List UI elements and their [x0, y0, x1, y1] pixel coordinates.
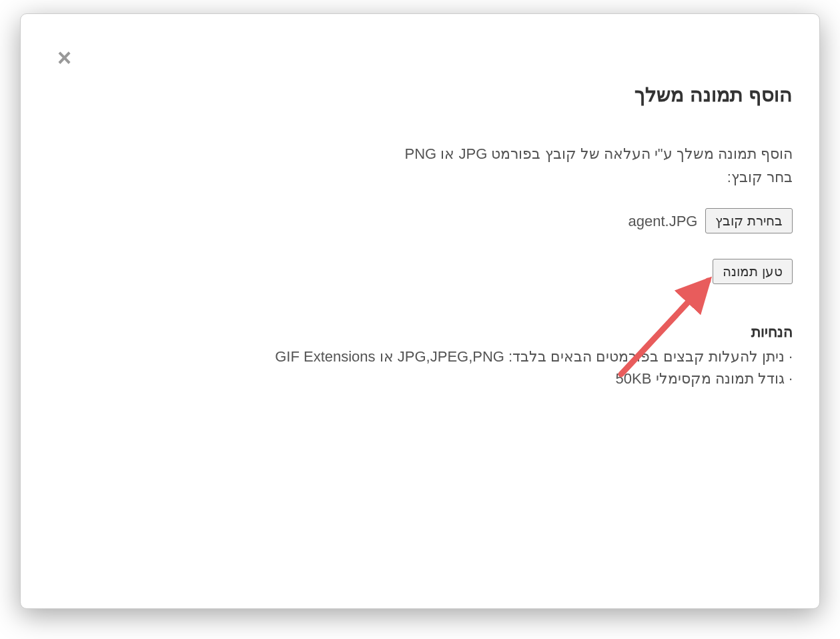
load-image-button[interactable]: טען תמונה [713, 259, 793, 284]
file-select-row: בחירת קובץ agent.JPG [47, 208, 793, 233]
modal-content: הוסף תמונה משלך ע"י העלאה של קובץ בפורמט… [47, 143, 793, 390]
guidelines-list: ניתן להעלות קבצים בפורמטים הבאים בלבד: J… [47, 346, 793, 390]
close-icon[interactable]: × [57, 46, 71, 70]
guideline-item: ניתן להעלות קבצים בפורמטים הבאים בלבד: J… [47, 346, 793, 368]
guidelines-heading: הנחיות [47, 321, 793, 343]
upload-instruction: הוסף תמונה משלך ע"י העלאה של קובץ בפורמט… [47, 143, 793, 165]
guideline-item: גודל תמונה מקסימלי 50KB [47, 368, 793, 390]
choose-file-button[interactable]: בחירת קובץ [705, 208, 793, 233]
modal-title: הוסף תמונה משלך [47, 83, 793, 106]
upload-image-modal: × הוסף תמונה משלך הוסף תמונה משלך ע"י הע… [20, 13, 820, 609]
selected-file-name: agent.JPG [628, 210, 697, 232]
choose-file-label: בחר קובץ: [47, 166, 793, 188]
load-image-row: טען תמונה [47, 259, 793, 284]
